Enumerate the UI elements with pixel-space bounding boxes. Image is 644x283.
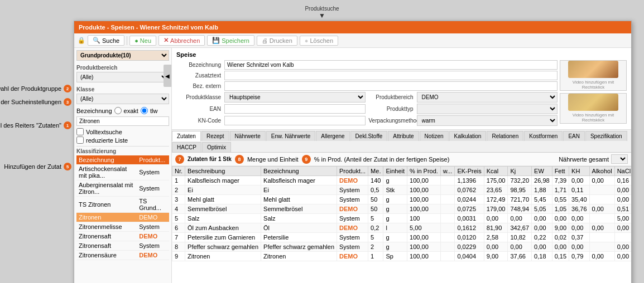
ingredient-cell: Kalbsfleisch mager (261, 176, 337, 186)
produktbereich-select[interactable]: (Alle) (76, 72, 169, 82)
product-list-item[interactable]: Auberginensalat mit Zitron...System (76, 180, 169, 197)
volltextsuche-checkbox[interactable] (76, 128, 84, 135)
col-me-: Me. (368, 167, 383, 176)
tlw-radio[interactable] (141, 107, 148, 114)
in-prod-label: % in Prod. (Anteil der Zutat in der fert… (314, 156, 450, 163)
product-name: Auberginensalat mit Zitron... (76, 180, 137, 197)
ingredient-cell: Kalbsfleisch mager (185, 176, 261, 186)
ingredient-row[interactable]: 1Kalbsfleisch magerKalbsfleisch magerDEM… (172, 176, 632, 186)
reduzierte-liste-checkbox[interactable] (76, 136, 84, 144)
image-placeholder-2[interactable]: Video hinzufügen mit Rechtsklick (560, 93, 627, 124)
ingredient-cell: 37,66 (508, 252, 532, 261)
tab-attribute[interactable]: Attribute (388, 131, 419, 141)
ingredient-row[interactable]: 4SemmelbröselSemmelbröselDEMO50g100,000,… (172, 204, 632, 214)
ingredient-cell: System (337, 214, 368, 223)
naehrwerte-select[interactable] (611, 154, 628, 164)
ingredient-cell (440, 233, 455, 242)
ingredient-cell: 0,00 (484, 214, 508, 223)
product-type: System (137, 180, 169, 197)
product-list-item[interactable]: ZitronensaftSystem (76, 241, 169, 251)
produktklasse-select[interactable]: Hauptspeise (224, 92, 366, 103)
tab-kalkulation[interactable]: Kalkulation (449, 131, 487, 141)
lock-icon: 🔒 (78, 37, 85, 44)
ingredient-cell: 0,00 (589, 204, 614, 214)
ingredient-row[interactable]: 8Pfeffer schwarz gemahlenPfeffer schwarz… (172, 242, 632, 252)
product-list-item[interactable]: TS ZitronenTS Grund... (76, 197, 169, 213)
tab-spezifikation[interactable]: Spezifikation (585, 131, 627, 141)
ingredient-cell: 0,00 (569, 223, 590, 233)
ingredients-table-wrapper[interactable]: Nr.BeschreibungBezeichnungProdukt...Me.E… (172, 166, 631, 283)
bez-extern-form-label: Bez. extern (176, 83, 221, 89)
zusatztext-input[interactable] (224, 71, 558, 80)
produktbereich-form-select[interactable]: DEMO (417, 92, 558, 103)
exakt-radio[interactable] (114, 107, 122, 114)
app-wrapper: Produktsuche ▼ Auswahl der Produktgruppe… (6, 6, 638, 283)
tab-n-hrwerte[interactable]: Nährwerte (230, 131, 266, 141)
product-list-item[interactable]: ZitronensäureDEMO (76, 251, 169, 260)
tab-ean[interactable]: EAN (563, 131, 585, 141)
speise-images: Video hinzufügen mit Rechtsklick Video h… (560, 60, 627, 126)
bez-extern-input[interactable] (224, 81, 558, 91)
ingredient-cell: 7,39 (552, 176, 569, 186)
produkttyp-select[interactable] (417, 104, 558, 114)
tab-notizen[interactable]: Notizen (420, 131, 449, 141)
loeschen-button[interactable]: ● Löschen (300, 36, 338, 46)
ingredient-cell: 100 (407, 214, 441, 223)
tab-kostformen[interactable]: Kostformen (524, 131, 563, 141)
ingredient-cell: 23,65 (484, 186, 508, 195)
product-list-item[interactable]: ZitronenDEMO (76, 213, 169, 222)
tab-enw--n-hrwerte[interactable]: Enw. Nährwerte (266, 131, 316, 141)
ingredient-row[interactable]: 9ZitronenZitronenDEMO1Sp100,000,04049,00… (172, 252, 632, 261)
ingredient-cell: 5,00 (614, 214, 631, 223)
product-list-item[interactable]: ZitronensaftDEMO (76, 232, 169, 241)
tab-optimix[interactable]: Optimix (202, 142, 231, 152)
speichern-button[interactable]: 💾 Speichern (207, 35, 254, 46)
ingredient-cell: 0,0244 (455, 195, 484, 204)
ingredient-cell: 0,22 (532, 233, 552, 242)
ingredient-row[interactable]: 7Petersilie zum GarnierenPetersilieSyste… (172, 233, 632, 242)
sidebar: Grundprodukte(10) ◀ Produktbereich (Alle… (74, 48, 172, 283)
zutaten-toolbar: 7 Zutaten für 1 Stk 8 Menge und Einheit … (172, 153, 631, 166)
drucken-button[interactable]: 🖨 Drucken (257, 36, 297, 46)
verpackung-select[interactable]: warm (417, 115, 558, 126)
ingredient-row[interactable]: 3Mehl glattMehl glattSystem50g100,000,02… (172, 195, 632, 204)
ingredient-row[interactable]: 2EiEiSystem0,5Stk100,000,076223,6598,951… (172, 186, 632, 195)
label-sucheinstellungen: Hinterlegen der Sucheinstellungen 3 (12, 98, 74, 106)
neu-button[interactable]: ● Neu (129, 36, 156, 46)
ingredient-cell: g (383, 195, 407, 204)
product-list-item[interactable]: Artischockensalat mit pika...System (76, 164, 169, 180)
suche-button[interactable]: 🔍 Suche (88, 35, 124, 46)
product-type: DEMO (137, 232, 169, 241)
bezeichnung-input[interactable] (224, 60, 558, 70)
ingredient-cell: Mehl glatt (185, 195, 261, 204)
ean-input[interactable] (224, 104, 366, 114)
product-type: TS Grund... (137, 197, 169, 213)
main-layout: Grundprodukte(10) ◀ Produktbereich (Alle… (74, 48, 631, 283)
klasse-select[interactable]: (Alle) (76, 94, 169, 104)
tab-rezept[interactable]: Rezept (201, 131, 229, 141)
ingredient-cell (440, 214, 455, 223)
search-input[interactable] (76, 116, 169, 126)
ingredient-cell: 0,0229 (455, 242, 484, 252)
kn-code-input[interactable] (224, 116, 366, 125)
image-placeholder-1[interactable]: Video hinzufügen mit Rechtsklick (560, 60, 627, 91)
tab-zutaten[interactable]: Zutaten (172, 131, 201, 142)
abbrechen-button[interactable]: ✕ Abbrechen (158, 35, 205, 46)
ingredient-row[interactable]: 6Öl zum AusbackenÖlDEMO0,2l5,000,161281,… (172, 223, 632, 233)
speise-with-images: Bezeichnung Zusatztext Bez. extern (176, 60, 627, 126)
product-list-item[interactable]: ZitronenmelisseSystem (76, 222, 169, 232)
tab-allergene[interactable]: Allergene (316, 131, 349, 141)
tab-dekl-stoffe[interactable]: Dekl.Stoffe (350, 131, 388, 141)
sidebar-collapse-btn[interactable]: ◀ (164, 65, 171, 87)
col-fett: Fett (552, 167, 569, 176)
ingredient-cell: 1,05 (552, 204, 569, 214)
ingredient-cell: 7 (172, 233, 185, 242)
tab-haccp[interactable]: HACCP (172, 142, 201, 152)
ingredient-cell: Ei (185, 186, 261, 195)
ingredient-cell: 0,00 (508, 214, 532, 223)
grundprodukte-select[interactable]: Grundprodukte(10) (76, 50, 169, 61)
produktsuche-label: Produktsuche (305, 6, 339, 12)
tab-relationen[interactable]: Relationen (487, 131, 523, 141)
ingredient-cell: 4 (172, 204, 185, 214)
ingredient-row[interactable]: 5SalzSalzSystem5g1000,00310,000,000,000,… (172, 214, 632, 223)
